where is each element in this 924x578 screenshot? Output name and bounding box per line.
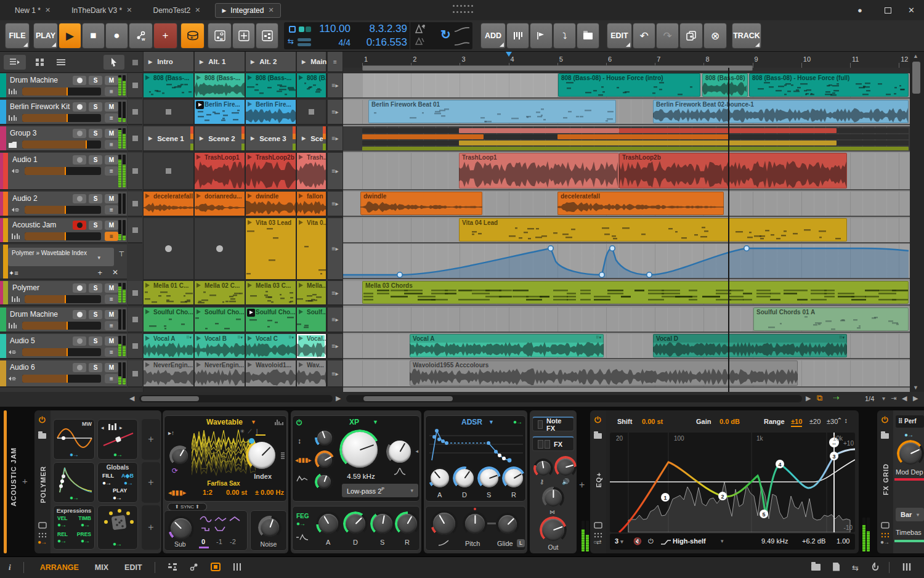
fxgrid-bar-select[interactable]: Bar▾ [896, 508, 924, 521]
scene-alt-menu[interactable]: ≡▸ [328, 126, 342, 152]
clip-play-icon[interactable] [197, 283, 201, 288]
zoom-menu-caret[interactable]: ▾ [882, 395, 885, 402]
automation-point[interactable] [610, 246, 615, 251]
arranger-clip[interactable]: Vocal D⠿▾ [653, 334, 847, 357]
arm-button[interactable] [73, 363, 86, 372]
zoom-out-icon[interactable]: ◀ [902, 394, 907, 402]
close-automation-button[interactable]: ✕ [112, 268, 118, 277]
clip-launcher-toggle-icon[interactable] [211, 563, 221, 573]
launcher-clip[interactable]: Berlin Fire... [246, 100, 297, 125]
loop-region-bar[interactable] [362, 65, 753, 71]
scene-play-icon[interactable]: ▶ [302, 59, 306, 65]
clip-play-icon[interactable] [197, 75, 201, 80]
stop-clips-icon[interactable] [132, 343, 138, 349]
mix-view-button[interactable]: MIX [95, 563, 108, 572]
modulator-globals-cell[interactable]: Globals FILL ●→ A◆B ●→ PLAY ●→ [97, 462, 138, 503]
clip-play-icon[interactable] [145, 362, 150, 367]
launcher-clip[interactable]: dorianredu... [195, 192, 246, 217]
tab-close-icon[interactable]: ✕ [45, 6, 51, 14]
wt-finetune-value[interactable]: ± 0.00 Hz [255, 489, 284, 496]
launcher-scrollbar[interactable] [139, 395, 333, 402]
launcher-clip[interactable]: Wavoloid1... [246, 360, 297, 388]
launcher-clip[interactable]: Soulful Cho... [144, 307, 195, 333]
info-icon[interactable]: i [9, 563, 11, 572]
xp-power-icon[interactable]: ⏻ [296, 418, 302, 427]
link-zoom-icon[interactable]: ⧉ [817, 393, 822, 403]
stop-clips-icon[interactable] [132, 83, 138, 88]
launcher-clip[interactable]: Vocal C⠿▾ [246, 334, 297, 359]
solo-button[interactable]: S [89, 194, 102, 203]
arranger-scroll-right-icon[interactable]: ▶ [806, 394, 811, 402]
scene-play-icon[interactable]: ▶ [148, 59, 152, 65]
track-row[interactable]: Audio 5SM≡ [0, 334, 127, 359]
pin-icon[interactable]: ⊤ [118, 250, 124, 258]
track-menu-button[interactable]: ≡ [105, 232, 118, 241]
automation-favorites-icon[interactable]: ✦≡ [9, 269, 18, 277]
launcher-clip[interactable]: Berlin Fire... [195, 100, 246, 125]
list-view-icon[interactable] [53, 55, 69, 70]
volume-fader[interactable] [22, 114, 101, 122]
fxgrid-mod-arrow-icon[interactable]: ●→ [904, 431, 913, 438]
modulator-steps-cell[interactable]: ◂▸ ●→ [97, 419, 138, 460]
sub-oct-1[interactable]: -1 [216, 538, 222, 545]
track-stop-cell[interactable] [128, 100, 142, 125]
feg-r-knob[interactable] [395, 511, 419, 536]
clip-play-icon[interactable] [248, 362, 252, 367]
clip-slot[interactable] [297, 100, 327, 125]
volume-fader[interactable] [25, 295, 101, 303]
position-value[interactable]: 8.3.2.39 [353, 22, 407, 36]
modulator-expressions-cell[interactable]: Expressions VEL ●→ TIMB ●→ REL ●→ PRES ●… [53, 505, 95, 550]
solo-button[interactable]: S [89, 310, 102, 319]
grid-view-icon[interactable] [32, 55, 48, 70]
solo-button[interactable]: S [89, 283, 102, 293]
xp-spread-knob[interactable] [315, 428, 334, 448]
clip-automation-write-button[interactable]: w [208, 23, 232, 49]
fxgrid-mod-depth-knob[interactable] [897, 440, 924, 467]
launcher-clip[interactable]: Mella... [297, 281, 327, 306]
minimize-icon[interactable]: ● [857, 6, 862, 15]
inspector-panel-icon[interactable] [833, 563, 840, 573]
volume-fader[interactable] [25, 232, 101, 240]
clip-play-icon[interactable] [248, 220, 252, 225]
quantize-button[interactable] [506, 23, 529, 49]
xp-title[interactable]: XP [349, 418, 359, 426]
scene-alt-menu[interactable]: ≡▸ [328, 281, 342, 306]
launcher-clip[interactable]: Vocal... [297, 334, 327, 359]
browser-panel-icon[interactable] [811, 563, 821, 572]
scene-alt-menu[interactable]: ≡▸ [328, 218, 342, 280]
transport-display[interactable]: ⇆ 110.00 4/4 8.3.2.39 0:16.553 ↻ [284, 22, 472, 49]
polymer-mod-out-icon[interactable]: ●→ [38, 539, 46, 545]
noise-cell[interactable]: Noise [250, 510, 287, 551]
clip-play-icon[interactable] [145, 75, 150, 80]
group-lane-clip[interactable] [362, 147, 909, 152]
clip-slot[interactable]: ▶Scene 1 [144, 126, 195, 152]
stop-clips-icon[interactable] [132, 136, 138, 141]
arranger-clip[interactable]: Mella 03 Chords [362, 281, 909, 304]
position-display[interactable]: 8.3.2.39 0:16.553 [353, 22, 410, 49]
clip-play-icon[interactable] [299, 193, 303, 198]
voice-mix-knob[interactable] [542, 487, 564, 509]
tab-close-icon[interactable]: ✕ [126, 6, 132, 14]
eq-band-mute-icon[interactable]: 🔇 [633, 537, 642, 545]
arranger-track-lane[interactable]: Mella 03 Chords [343, 281, 910, 306]
steps-mod-arrow-icon[interactable]: ●→ [113, 451, 122, 458]
wavetable-title[interactable]: Wavetable [206, 418, 243, 426]
clip-play-icon[interactable] [197, 155, 201, 160]
eq-range-10[interactable]: ±10 [791, 418, 802, 427]
eq-band-gain[interactable]: +6.2 dB [802, 537, 825, 545]
track-row[interactable]: Audio 1SM≡ [0, 153, 127, 190]
track-stop-cell[interactable] [128, 334, 142, 359]
clip-play-icon[interactable] [197, 336, 201, 341]
arranger-track-lane[interactable]: Berlin Firework Beat 01Berlin Firework B… [343, 100, 910, 125]
arranger-clip[interactable]: Berlin Firework Beat 02-bounce-1 [653, 100, 909, 123]
mute-button[interactable]: M [105, 336, 118, 346]
scene-menu-header[interactable]: ≡ [328, 52, 342, 72]
adsr-menu-caret[interactable]: ▼ [488, 419, 494, 425]
scroll-up-icon[interactable]: ▲ [913, 53, 918, 59]
launcher-clip[interactable]: Soulful Cho... [195, 307, 246, 333]
tempo-value[interactable]: 110.00 [312, 22, 351, 36]
scene-play-icon[interactable]: ▶ [251, 59, 254, 65]
eq-band-freq[interactable]: 9.49 kHz [761, 537, 788, 545]
arm-button[interactable] [73, 76, 86, 85]
launcher-clip[interactable]: fallon [297, 192, 327, 217]
